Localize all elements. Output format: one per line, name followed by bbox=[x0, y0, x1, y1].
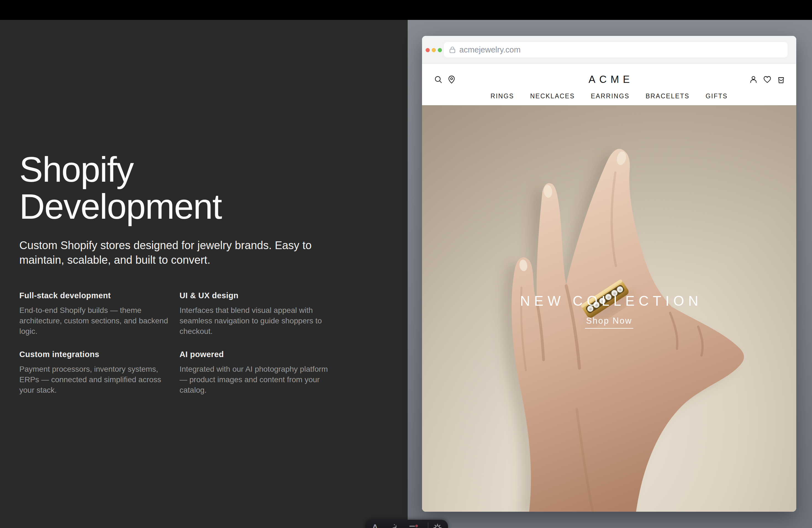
feature-grid: Full-stack development End-to-end Shopif… bbox=[19, 291, 330, 395]
nav-item-bracelets[interactable]: BRACELETS bbox=[646, 92, 690, 100]
feature-title: AI powered bbox=[179, 350, 330, 359]
nav-item-rings[interactable]: RINGS bbox=[491, 92, 514, 100]
feature-title: Full-stack development bbox=[19, 291, 170, 300]
hero-cta-row: Shop Now bbox=[422, 316, 796, 328]
floating-dock: A bbox=[365, 520, 448, 528]
store-logo[interactable]: ACME bbox=[422, 74, 796, 85]
dock-divider bbox=[428, 523, 429, 528]
feature-body: End-to-end Shopify builds — theme archit… bbox=[19, 305, 169, 337]
top-bar bbox=[0, 0, 812, 20]
nav-item-necklaces[interactable]: NECKLACES bbox=[530, 92, 575, 100]
close-window-button[interactable] bbox=[425, 48, 430, 52]
hero-banner: NEW COLLECTION Shop Now bbox=[422, 105, 796, 512]
hero-title: NEW COLLECTION bbox=[422, 293, 796, 309]
url-text: acmejewelry.com bbox=[459, 45, 521, 54]
browser-chrome: acmejewelry.com bbox=[422, 36, 796, 64]
account-icon[interactable] bbox=[749, 75, 758, 84]
lock-icon bbox=[449, 46, 455, 53]
feature-body: Interfaces that blend visual appeal with… bbox=[179, 305, 329, 337]
shop-now-link[interactable]: Shop Now bbox=[585, 316, 633, 328]
wishlist-heart-icon[interactable] bbox=[763, 75, 771, 84]
feature-body: Integrated with our AI photography platf… bbox=[179, 364, 329, 395]
store-header: ACME RINGS NECKLACES EARRINGS BRACELETS … bbox=[422, 64, 796, 105]
app-letter-glyph[interactable]: A bbox=[371, 523, 379, 528]
nav-item-earrings[interactable]: EARRINGS bbox=[591, 92, 629, 100]
feature-title: Custom integrations bbox=[19, 350, 170, 359]
page-title-line2: Development bbox=[19, 187, 221, 226]
window-controls bbox=[425, 48, 442, 52]
left-panel: ShopifyDevelopment Custom Shopify stores… bbox=[0, 20, 408, 528]
feature-integrations: Custom integrations Payment processors, … bbox=[19, 350, 170, 395]
feature-ai: AI powered Integrated with our AI photog… bbox=[179, 350, 330, 395]
feature-title: UI & UX design bbox=[179, 291, 330, 300]
zoom-window-button[interactable] bbox=[438, 48, 442, 52]
feature-body: Payment processors, inventory systems, E… bbox=[19, 364, 169, 395]
minimize-window-button[interactable] bbox=[432, 48, 436, 52]
page-title-line1: Shopify bbox=[19, 150, 133, 189]
send-icon[interactable] bbox=[389, 523, 398, 528]
settings-gear-icon[interactable] bbox=[433, 523, 442, 528]
nav-item-gifts[interactable]: GIFTS bbox=[706, 92, 728, 100]
feature-full-stack: Full-stack development End-to-end Shopif… bbox=[19, 291, 170, 337]
lead-paragraph: Custom Shopify stores designed for jewel… bbox=[19, 238, 316, 267]
store-nav: RINGS NECKLACES EARRINGS BRACELETS GIFTS bbox=[422, 92, 796, 100]
feature-ui-ux: UI & UX design Interfaces that blend vis… bbox=[179, 291, 330, 337]
tasks-notification-icon[interactable] bbox=[409, 523, 418, 528]
cart-bag-icon[interactable] bbox=[777, 75, 785, 84]
page-title: ShopifyDevelopment bbox=[19, 151, 221, 225]
address-bar[interactable]: acmejewelry.com bbox=[444, 42, 788, 58]
browser-window: acmejewelry.com ACME bbox=[422, 36, 796, 512]
store-header-right-icons bbox=[749, 75, 785, 84]
